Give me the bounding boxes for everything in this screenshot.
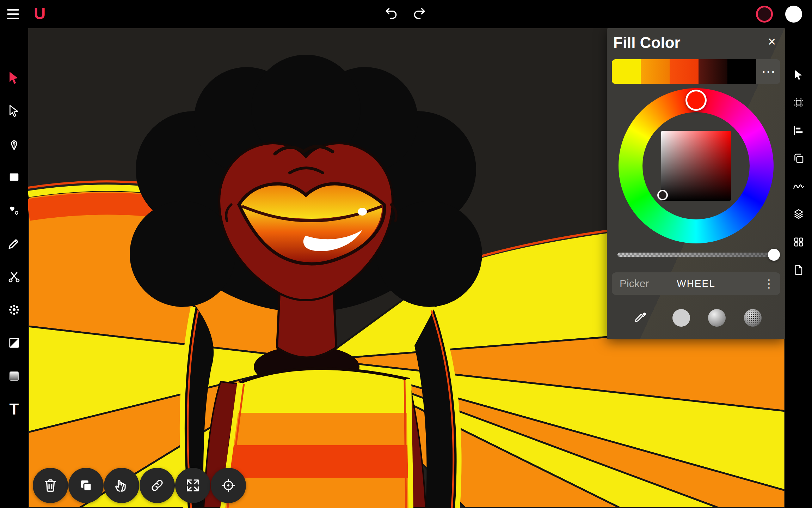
cursor-panel-button[interactable] [790,66,807,83]
close-icon[interactable]: × [763,33,780,50]
layers-panel-button[interactable] [790,206,807,223]
align-icon [792,124,805,137]
undo-button[interactable] [381,4,401,24]
swatch-orange[interactable] [641,59,670,84]
pen-icon [7,137,21,151]
squiggle-icon [792,180,805,193]
shape-tool[interactable] [4,167,24,187]
adjust-tool[interactable] [4,300,24,320]
path-panel-button[interactable] [790,178,807,195]
select-cursor-icon [6,70,22,85]
resize-button[interactable] [175,468,210,503]
swatch-bar: ⋯ [612,59,780,84]
redo-icon [412,6,427,22]
artboard-panel-button[interactable] [790,94,807,111]
fill-color-indicator[interactable] [785,6,802,23]
fill-color-panel: Fill Color × ⋯ Picker WHEEL ⋮ [607,28,785,339]
select-tool[interactable] [4,68,24,87]
fill-style-gradient[interactable] [708,309,726,327]
cursor-icon [792,68,805,81]
color-flower-icon [7,302,21,317]
redo-button[interactable] [410,4,429,24]
app-logo[interactable]: U [34,3,45,24]
align-panel-button[interactable] [790,122,807,139]
top-bar: U [0,0,812,28]
swatch-maroon[interactable] [699,59,727,84]
swatch-red[interactable] [670,59,699,84]
scissors-icon [7,269,21,284]
picker-mode-select[interactable]: Picker WHEEL ⋮ [612,272,780,295]
expand-icon [185,477,201,494]
pencil-icon [7,236,21,251]
kebab-menu-icon[interactable]: ⋮ [763,272,775,295]
grid-icon [792,236,805,248]
trash-icon [42,477,59,494]
panel-title: Fill Color [613,34,681,52]
menu-icon[interactable] [7,7,23,21]
scissors-tool[interactable] [4,267,24,286]
picker-value: WHEEL [612,272,780,295]
fill-style-solid[interactable] [672,309,690,327]
left-toolbar: T [0,28,28,508]
hue-knob[interactable] [685,90,707,111]
link-button[interactable] [140,468,175,503]
delete-button[interactable] [33,468,68,503]
direct-select-tool[interactable] [4,101,24,121]
locate-button[interactable] [211,468,246,503]
gradient-tool[interactable] [4,366,24,386]
eyedropper-icon [633,310,648,325]
layers-icon [792,208,805,220]
artboard-icon [792,96,805,109]
pen-tool[interactable] [4,134,24,154]
right-toolbar [785,28,812,508]
text-tool[interactable]: T [4,399,24,419]
duplicate-button[interactable] [68,468,104,503]
pencil-tool[interactable] [4,234,24,253]
brush-tool[interactable] [4,200,24,220]
more-swatches-icon[interactable]: ⋯ [756,59,780,84]
gradient-square-icon [7,369,21,383]
saturation-square[interactable] [661,131,731,201]
copy-icon [792,152,805,165]
page-panel-button[interactable] [790,261,807,278]
hand-icon [113,477,130,494]
undo-icon [383,6,399,22]
hearts-brush-icon [7,203,21,218]
saturation-knob[interactable] [657,190,668,200]
grid-panel-button[interactable] [790,234,807,250]
stroke-color-indicator[interactable] [756,6,773,23]
swatch-black[interactable] [727,59,756,84]
app-window: U [0,0,812,508]
fill-tool[interactable] [4,333,24,353]
page-icon [792,264,805,276]
drag-button[interactable] [104,468,139,503]
alpha-slider[interactable] [617,253,774,257]
alpha-knob[interactable] [768,249,780,261]
fill-style-noise[interactable] [744,309,762,327]
duplicate-icon [78,477,94,494]
direct-select-cursor-icon [7,104,21,118]
eyedropper-button[interactable] [632,309,649,326]
text-tool-label: T [10,401,19,417]
duplicate-panel-button[interactable] [790,150,807,167]
fold-square-icon [7,335,21,350]
rectangle-icon [7,170,21,185]
target-icon [220,477,236,494]
swatch-yellow[interactable] [612,59,641,84]
link-icon [149,477,165,494]
